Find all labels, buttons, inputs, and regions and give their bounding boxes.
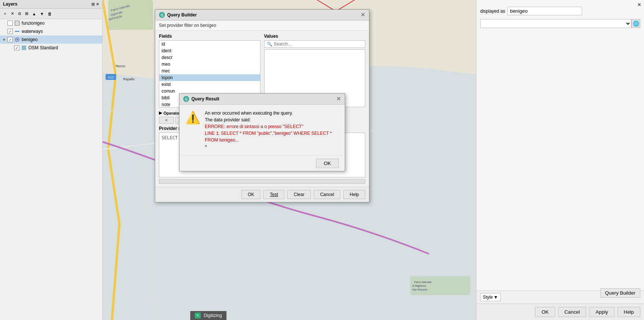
svg-text:A12: A12 (108, 75, 114, 79)
qr-ok-button[interactable]: OK (316, 159, 339, 168)
expand-icon: ▶ (159, 111, 162, 115)
qb-ok-button[interactable]: OK (241, 190, 260, 199)
globe-button[interactable]: 🌐 (631, 19, 640, 28)
svg-point-31 (16, 39, 18, 40)
qb-test-button[interactable]: Test (263, 190, 284, 199)
query-result-dialog: Q Query Result ✕ ⚠️ An error occurred wh… (179, 93, 345, 171)
right-panel-content: displayed as 🌐 (476, 3, 644, 150)
move-up-btn[interactable]: ▲ (31, 10, 38, 18)
query-builder-open-btn[interactable]: Query Builder (600, 288, 641, 298)
layer-label-benigeo: benigeo (22, 37, 38, 42)
query-builder-close-btn[interactable]: ✕ (360, 12, 365, 18)
error-line2: The data provider said: (205, 116, 339, 123)
values-search-input[interactable] (274, 41, 363, 47)
layer-item-benigeo[interactable]: ▼ benigeo (0, 35, 102, 44)
right-panel-bottom: OK Cancel Apply Help (476, 304, 644, 320)
svg-rect-32 (22, 46, 26, 50)
right-panel-header: × (476, 0, 644, 3)
svg-rect-26 (15, 21, 19, 25)
layers-header-btn2[interactable]: ✕ (96, 2, 99, 7)
digitizing-icon: ✎ (195, 313, 201, 319)
field-topon[interactable]: topon (159, 74, 260, 81)
values-label: Values (264, 34, 366, 39)
error-line5: FROM benigeo... (205, 137, 339, 143)
layer-dropdown[interactable] (480, 19, 631, 28)
layer-item-funzionigeo[interactable]: funzionigeo (0, 19, 102, 27)
values-search-box: 🔍 (264, 40, 366, 48)
digitizing-bar: ✎ Digitizing (190, 311, 226, 320)
op-eq[interactable]: = (159, 117, 174, 124)
filter-btn[interactable]: ⊘ (16, 10, 23, 18)
layer-label-funzionigeo: funzionigeo (22, 21, 44, 26)
right-panel-close-btn[interactable]: × (638, 1, 641, 8)
style-label: Style (483, 295, 493, 300)
layer-cancel-button[interactable]: Cancel (558, 307, 587, 317)
error-line3: ERRORE: errore di sintassi a o presso "S… (205, 123, 339, 130)
svg-text:San Rossore: San Rossore (412, 288, 428, 291)
field-descr[interactable]: descr (159, 54, 260, 61)
query-result-titlebar[interactable]: Q Query Result ✕ (179, 94, 345, 105)
qb-cancel-button[interactable]: Cancel (314, 190, 340, 199)
expression-scrollbar[interactable] (159, 179, 365, 184)
query-builder-title: Query Builder (167, 12, 197, 18)
add-layer-btn[interactable]: ＋ (1, 10, 9, 18)
field-meo[interactable]: meo (159, 61, 260, 68)
query-result-footer: OK (179, 155, 345, 171)
layers-title: Layers (3, 1, 18, 7)
query-result-title: Query Result (191, 96, 219, 102)
layers-header-btn1[interactable]: ⊞ (91, 2, 95, 7)
qb-help-button[interactable]: Help (343, 190, 365, 199)
error-line4: LINE 1: SELECT * FROM "public"."benigeo"… (205, 130, 339, 137)
error-line1: An error occurred when executing the que… (205, 110, 339, 116)
field-exist[interactable]: exist (159, 81, 260, 88)
digitizing-label: Digitizing (204, 313, 222, 318)
svg-text:Rapallo: Rapallo (123, 77, 135, 81)
layer-item-osm-standard[interactable]: OSM Standard (0, 44, 102, 52)
layer-label-waterways: waterways (22, 29, 43, 34)
displayed-as-label: displayed as (480, 9, 505, 14)
query-result-message: An error occurred when executing the que… (205, 110, 339, 150)
layer-checkbox-osm[interactable] (14, 45, 19, 50)
displayed-as-input[interactable] (507, 7, 582, 15)
remove-selected-btn[interactable]: 🗑 (46, 10, 53, 18)
right-panel: × displayed as 🌐 Query Builder Style ▼ O… (476, 0, 644, 320)
svg-text:Parco Naturale: Parco Naturale (414, 281, 432, 283)
layer-item-waterways[interactable]: waterways (0, 27, 102, 35)
move-down-btn[interactable]: ▼ (38, 10, 46, 18)
right-panel-dropdown: 🌐 (480, 19, 640, 28)
search-icon: 🔍 (267, 41, 272, 47)
style-dropdown[interactable]: Style ▼ (480, 293, 501, 301)
layer-checkbox-waterways[interactable] (7, 29, 13, 34)
layer-help-button[interactable]: Help (618, 307, 640, 317)
error-caret: ^ (205, 143, 339, 150)
qgis-result-icon: Q (183, 96, 189, 102)
layers-panel: Layers ⊞ ✕ ＋ ✕ ⊘ ⊞ ▲ ▼ 🗑 funzionigeo (0, 0, 103, 320)
query-result-body: ⚠️ An error occurred when executing the … (179, 105, 345, 155)
open-attribute-btn[interactable]: ⊞ (24, 10, 30, 18)
query-builder-footer: OK Test Clear Cancel Help (155, 187, 369, 202)
style-arrow-icon: ▼ (494, 295, 498, 300)
fields-label: Fields (159, 34, 260, 39)
warning-icon: ⚠️ (185, 111, 200, 150)
qb-clear-button[interactable]: Clear (287, 190, 311, 199)
remove-layer-btn[interactable]: ✕ (9, 10, 16, 18)
layers-header: Layers ⊞ ✕ (0, 0, 102, 9)
layer-checkbox-benigeo[interactable] (7, 37, 13, 42)
displayed-as-row: displayed as (480, 7, 640, 15)
layer-label-osm: OSM Standard (28, 45, 58, 50)
layer-ok-button[interactable]: OK (535, 307, 555, 317)
svg-text:Recco: Recco (116, 64, 125, 68)
query-builder-titlebar[interactable]: Q Query Builder ✕ (155, 10, 369, 21)
query-builder-subtitle: Set provider filter on benigeo (155, 21, 369, 31)
query-result-close-btn[interactable]: ✕ (336, 96, 341, 102)
qgis-icon: Q (159, 12, 165, 18)
field-id[interactable]: id (159, 41, 260, 47)
field-ident[interactable]: ident (159, 47, 260, 54)
field-mec[interactable]: mec (159, 68, 260, 74)
layers-toolbar: ＋ ✕ ⊘ ⊞ ▲ ▼ 🗑 (0, 9, 102, 19)
layer-apply-button[interactable]: Apply (589, 307, 614, 317)
layer-checkbox-funzionigeo[interactable] (7, 21, 13, 26)
svg-text:di Migliorino: di Migliorino (412, 285, 426, 288)
